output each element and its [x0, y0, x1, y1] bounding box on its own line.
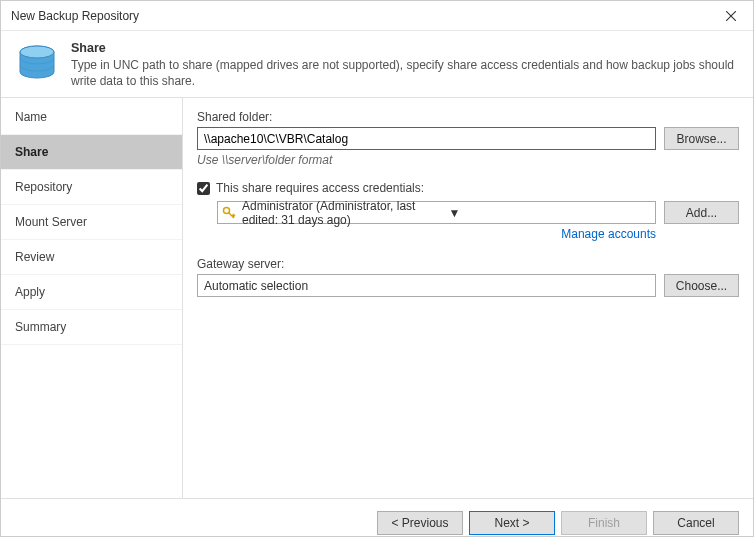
key-icon: [222, 206, 236, 220]
manage-accounts-link[interactable]: Manage accounts: [561, 227, 656, 241]
page-description: Type in UNC path to share (mapped drives…: [71, 57, 739, 89]
add-credentials-button[interactable]: Add...: [664, 201, 739, 224]
gateway-value-box: Automatic selection: [197, 274, 656, 297]
sidebar-item-mount-server[interactable]: Mount Server: [1, 205, 182, 240]
svg-point-1: [20, 46, 54, 58]
sidebar-item-label: Mount Server: [15, 215, 87, 229]
wizard-content: Shared folder: Browse... Use \\server\fo…: [183, 98, 753, 498]
browse-button[interactable]: Browse...: [664, 127, 739, 150]
sidebar-item-share[interactable]: Share: [1, 135, 182, 170]
sidebar-item-review[interactable]: Review: [1, 240, 182, 275]
wizard-footer: < Previous Next > Finish Cancel: [1, 498, 753, 537]
wizard-header: Share Type in UNC path to share (mapped …: [1, 31, 753, 97]
sidebar-item-repository[interactable]: Repository: [1, 170, 182, 205]
page-title: Share: [71, 41, 739, 55]
sidebar-item-label: Repository: [15, 180, 72, 194]
close-button[interactable]: [708, 1, 753, 31]
sidebar-item-label: Apply: [15, 285, 45, 299]
wizard-steps-sidebar: NameShareRepositoryMount ServerReviewApp…: [1, 98, 183, 498]
sidebar-item-apply[interactable]: Apply: [1, 275, 182, 310]
next-button[interactable]: Next >: [469, 511, 555, 535]
shared-folder-input[interactable]: [197, 127, 656, 150]
cancel-button[interactable]: Cancel: [653, 511, 739, 535]
gateway-value: Automatic selection: [204, 279, 308, 293]
sidebar-item-label: Name: [15, 110, 47, 124]
finish-button[interactable]: Finish: [561, 511, 647, 535]
sidebar-item-summary[interactable]: Summary: [1, 310, 182, 345]
gateway-label: Gateway server:: [197, 257, 739, 271]
sidebar-item-label: Share: [15, 145, 48, 159]
sidebar-item-name[interactable]: Name: [1, 100, 182, 135]
shared-folder-label: Shared folder:: [197, 110, 739, 124]
choose-gateway-button[interactable]: Choose...: [664, 274, 739, 297]
credentials-dropdown[interactable]: Administrator (Administrator, last edite…: [217, 201, 656, 224]
credentials-selected-value: Administrator (Administrator, last edite…: [242, 199, 443, 227]
repository-icon: [15, 41, 59, 85]
sidebar-item-label: Review: [15, 250, 54, 264]
chevron-down-icon: ▼: [449, 206, 650, 220]
credentials-checkbox[interactable]: [197, 182, 210, 195]
previous-button[interactable]: < Previous: [377, 511, 463, 535]
titlebar: New Backup Repository: [1, 1, 753, 31]
shared-folder-helper: Use \\server\folder format: [197, 153, 739, 167]
close-icon: [726, 11, 736, 21]
window-title: New Backup Repository: [11, 9, 139, 23]
credentials-checkbox-label: This share requires access credentials:: [216, 181, 424, 195]
sidebar-item-label: Summary: [15, 320, 66, 334]
